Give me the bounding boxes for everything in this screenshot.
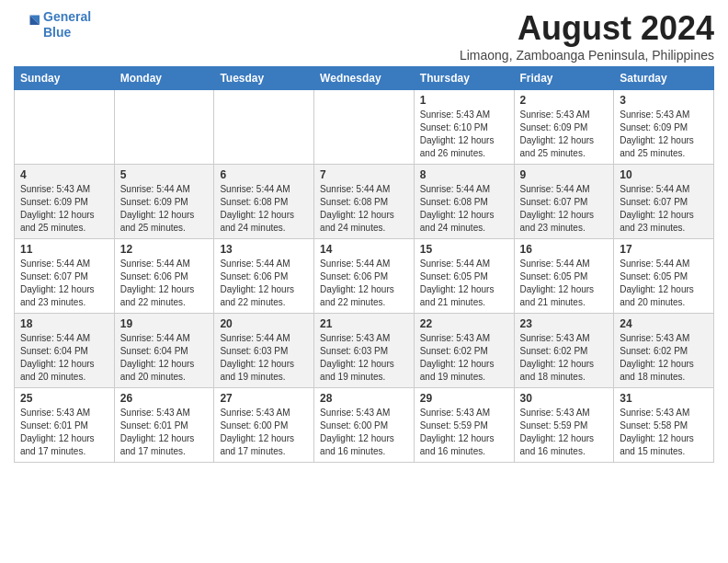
day-info: Sunrise: 5:43 AM Sunset: 6:10 PM Dayligh… — [420, 109, 508, 160]
day-info: Sunrise: 5:44 AM Sunset: 6:04 PM Dayligh… — [20, 332, 108, 384]
logo-icon — [14, 12, 40, 38]
calendar-cell — [314, 90, 415, 165]
calendar-cell: 23Sunrise: 5:43 AM Sunset: 6:02 PM Dayli… — [514, 314, 614, 388]
header-day: Saturday — [614, 67, 714, 90]
calendar-table: SundayMondayTuesdayWednesdayThursdayFrid… — [14, 66, 714, 463]
calendar-cell: 8Sunrise: 5:44 AM Sunset: 6:08 PM Daylig… — [414, 165, 514, 239]
calendar-cell: 26Sunrise: 5:43 AM Sunset: 6:01 PM Dayli… — [114, 388, 214, 463]
day-info: Sunrise: 5:43 AM Sunset: 6:09 PM Dayligh… — [520, 109, 609, 160]
calendar-cell: 25Sunrise: 5:43 AM Sunset: 6:01 PM Dayli… — [15, 388, 115, 463]
calendar-cell: 20Sunrise: 5:44 AM Sunset: 6:03 PM Dayli… — [214, 314, 314, 388]
header-day: Wednesday — [314, 67, 415, 90]
day-info: Sunrise: 5:44 AM Sunset: 6:09 PM Dayligh… — [120, 183, 209, 235]
day-info: Sunrise: 5:44 AM Sunset: 6:07 PM Dayligh… — [620, 183, 708, 235]
calendar-week-row: 1Sunrise: 5:43 AM Sunset: 6:10 PM Daylig… — [15, 90, 714, 165]
calendar-cell: 19Sunrise: 5:44 AM Sunset: 6:04 PM Dayli… — [114, 314, 214, 388]
header-day: Sunday — [15, 67, 115, 90]
calendar-cell: 2Sunrise: 5:43 AM Sunset: 6:09 PM Daylig… — [514, 90, 614, 165]
day-number: 27 — [220, 392, 308, 405]
day-info: Sunrise: 5:43 AM Sunset: 6:01 PM Dayligh… — [120, 407, 209, 458]
day-number: 12 — [120, 243, 209, 256]
day-number: 25 — [20, 392, 108, 405]
day-number: 7 — [320, 168, 408, 181]
calendar-cell: 17Sunrise: 5:44 AM Sunset: 6:05 PM Dayli… — [614, 239, 714, 314]
day-number: 18 — [20, 317, 108, 330]
day-info: Sunrise: 5:44 AM Sunset: 6:03 PM Dayligh… — [220, 332, 308, 384]
day-number: 6 — [220, 168, 308, 181]
calendar-cell: 18Sunrise: 5:44 AM Sunset: 6:04 PM Dayli… — [15, 314, 115, 388]
day-number: 17 — [620, 243, 708, 256]
day-number: 21 — [320, 317, 408, 330]
calendar-cell: 15Sunrise: 5:44 AM Sunset: 6:05 PM Dayli… — [414, 239, 514, 314]
day-number: 29 — [420, 392, 508, 405]
calendar-cell: 14Sunrise: 5:44 AM Sunset: 6:06 PM Dayli… — [314, 239, 415, 314]
header-day: Tuesday — [214, 67, 314, 90]
calendar-week-row: 25Sunrise: 5:43 AM Sunset: 6:01 PM Dayli… — [15, 388, 714, 463]
logo-line1: General — [43, 9, 91, 24]
day-info: Sunrise: 5:44 AM Sunset: 6:07 PM Dayligh… — [20, 258, 108, 309]
header-day: Monday — [114, 67, 214, 90]
day-number: 28 — [320, 392, 408, 405]
calendar-cell — [114, 90, 214, 165]
header-row: SundayMondayTuesdayWednesdayThursdayFrid… — [15, 67, 714, 90]
calendar-cell: 12Sunrise: 5:44 AM Sunset: 6:06 PM Dayli… — [114, 239, 214, 314]
header-day: Thursday — [414, 67, 514, 90]
day-number: 9 — [520, 168, 609, 181]
day-number: 26 — [120, 392, 209, 405]
day-info: Sunrise: 5:44 AM Sunset: 6:08 PM Dayligh… — [220, 183, 308, 235]
logo-text: General Blue — [43, 9, 91, 40]
calendar-cell — [15, 90, 115, 165]
day-info: Sunrise: 5:43 AM Sunset: 6:01 PM Dayligh… — [20, 407, 108, 458]
day-number: 10 — [620, 168, 708, 181]
calendar-week-row: 18Sunrise: 5:44 AM Sunset: 6:04 PM Dayli… — [15, 314, 714, 388]
day-number: 31 — [620, 392, 708, 405]
day-info: Sunrise: 5:43 AM Sunset: 6:02 PM Dayligh… — [520, 332, 609, 384]
calendar-cell: 5Sunrise: 5:44 AM Sunset: 6:09 PM Daylig… — [114, 165, 214, 239]
day-info: Sunrise: 5:44 AM Sunset: 6:05 PM Dayligh… — [520, 258, 609, 309]
day-info: Sunrise: 5:44 AM Sunset: 6:05 PM Dayligh… — [420, 258, 508, 309]
day-number: 4 — [20, 168, 108, 181]
day-number: 2 — [520, 94, 609, 107]
day-number: 30 — [520, 392, 609, 405]
calendar-cell: 16Sunrise: 5:44 AM Sunset: 6:05 PM Dayli… — [514, 239, 614, 314]
day-number: 15 — [420, 243, 508, 256]
calendar-cell: 9Sunrise: 5:44 AM Sunset: 6:07 PM Daylig… — [514, 165, 614, 239]
day-info: Sunrise: 5:43 AM Sunset: 6:03 PM Dayligh… — [320, 332, 408, 384]
day-number: 22 — [420, 317, 508, 330]
day-info: Sunrise: 5:43 AM Sunset: 6:00 PM Dayligh… — [320, 407, 408, 458]
calendar-cell: 28Sunrise: 5:43 AM Sunset: 6:00 PM Dayli… — [314, 388, 415, 463]
day-number: 23 — [520, 317, 609, 330]
day-number: 5 — [120, 168, 209, 181]
calendar-cell — [214, 90, 314, 165]
calendar-cell: 11Sunrise: 5:44 AM Sunset: 6:07 PM Dayli… — [15, 239, 115, 314]
calendar-cell: 4Sunrise: 5:43 AM Sunset: 6:09 PM Daylig… — [15, 165, 115, 239]
day-info: Sunrise: 5:44 AM Sunset: 6:06 PM Dayligh… — [220, 258, 308, 309]
calendar-cell: 22Sunrise: 5:43 AM Sunset: 6:02 PM Dayli… — [414, 314, 514, 388]
calendar-cell: 21Sunrise: 5:43 AM Sunset: 6:03 PM Dayli… — [314, 314, 415, 388]
day-info: Sunrise: 5:43 AM Sunset: 6:09 PM Dayligh… — [620, 109, 708, 160]
title-block: August 2024 Limaong, Zamboanga Peninsula… — [460, 9, 714, 63]
day-info: Sunrise: 5:44 AM Sunset: 6:06 PM Dayligh… — [120, 258, 209, 309]
day-info: Sunrise: 5:44 AM Sunset: 6:07 PM Dayligh… — [520, 183, 609, 235]
calendar-cell: 6Sunrise: 5:44 AM Sunset: 6:08 PM Daylig… — [214, 165, 314, 239]
page-title: August 2024 — [460, 9, 714, 48]
calendar-cell: 10Sunrise: 5:44 AM Sunset: 6:07 PM Dayli… — [614, 165, 714, 239]
calendar-cell: 7Sunrise: 5:44 AM Sunset: 6:08 PM Daylig… — [314, 165, 415, 239]
day-number: 16 — [520, 243, 609, 256]
day-number: 13 — [220, 243, 308, 256]
page-subtitle: Limaong, Zamboanga Peninsula, Philippine… — [460, 48, 714, 63]
day-info: Sunrise: 5:43 AM Sunset: 6:02 PM Dayligh… — [420, 332, 508, 384]
day-info: Sunrise: 5:43 AM Sunset: 5:59 PM Dayligh… — [520, 407, 609, 458]
calendar-cell: 3Sunrise: 5:43 AM Sunset: 6:09 PM Daylig… — [614, 90, 714, 165]
day-number: 14 — [320, 243, 408, 256]
day-number: 1 — [420, 94, 508, 107]
day-number: 11 — [20, 243, 108, 256]
day-info: Sunrise: 5:44 AM Sunset: 6:05 PM Dayligh… — [620, 258, 708, 309]
day-info: Sunrise: 5:43 AM Sunset: 6:02 PM Dayligh… — [620, 332, 708, 384]
logo: General Blue — [14, 9, 91, 40]
day-info: Sunrise: 5:43 AM Sunset: 5:59 PM Dayligh… — [420, 407, 508, 458]
day-info: Sunrise: 5:43 AM Sunset: 5:58 PM Dayligh… — [620, 407, 708, 458]
day-info: Sunrise: 5:44 AM Sunset: 6:06 PM Dayligh… — [320, 258, 408, 309]
calendar-cell: 1Sunrise: 5:43 AM Sunset: 6:10 PM Daylig… — [414, 90, 514, 165]
calendar-week-row: 4Sunrise: 5:43 AM Sunset: 6:09 PM Daylig… — [15, 165, 714, 239]
